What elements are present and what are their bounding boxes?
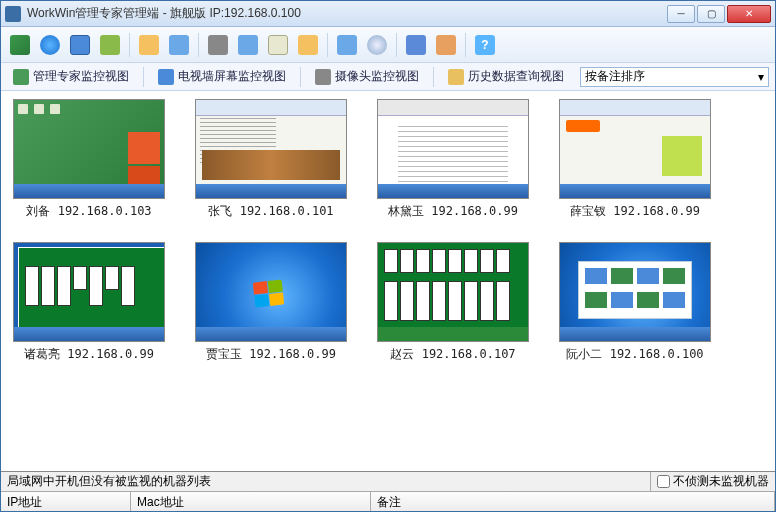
tab-label: 摄像头监控视图 <box>335 68 419 85</box>
col-note[interactable]: 备注 <box>371 492 775 511</box>
minimize-button[interactable]: ─ <box>667 5 695 23</box>
client-ip: 192.168.0.99 <box>613 204 700 218</box>
client-thumbnail[interactable]: 贾宝玉 192.168.0.99 <box>195 242 347 363</box>
client-thumbnail[interactable]: 张飞 192.168.0.101 <box>195 99 347 220</box>
maximize-button[interactable]: ▢ <box>697 5 725 23</box>
unmonitored-header: 局域网中开机但没有被监视的机器列表 不侦测未监视机器 <box>1 471 775 491</box>
client-name: 赵云 <box>390 347 414 361</box>
client-thumbnail[interactable]: 阮小二 192.168.0.100 <box>559 242 711 363</box>
toolbar-monitor-icon[interactable] <box>7 32 33 58</box>
toolbar-separator <box>327 33 328 57</box>
client-name: 刘备 <box>26 204 50 218</box>
titlebar: WorkWin管理专家管理端 - 旗舰版 IP:192.168.0.100 ─ … <box>1 1 775 27</box>
client-ip: 192.168.0.107 <box>422 347 516 361</box>
unmonitored-columns: IP地址 Mac地址 备注 <box>1 491 775 511</box>
tab-label: 电视墙屏幕监控视图 <box>178 68 286 85</box>
app-window: WorkWin管理专家管理端 - 旗舰版 IP:192.168.0.100 ─ … <box>0 0 776 512</box>
tab-camera[interactable]: 摄像头监控视图 <box>309 66 425 87</box>
client-thumbnail[interactable]: 诸葛亮 192.168.0.99 <box>13 242 165 363</box>
toolbar-users-icon[interactable] <box>97 32 123 58</box>
toolbar-camera-icon[interactable] <box>205 32 231 58</box>
toolbar-separator <box>129 33 130 57</box>
client-ip: 192.168.0.103 <box>58 204 152 218</box>
client-name: 诸葛亮 <box>24 347 60 361</box>
toolbar-globe-icon[interactable] <box>37 32 63 58</box>
toolbar-disk-icon[interactable] <box>166 32 192 58</box>
toolbar-message-icon[interactable] <box>265 32 291 58</box>
tvwall-icon <box>158 69 174 85</box>
no-probe-text: 不侦测未监视机器 <box>673 473 769 490</box>
unmonitored-label: 局域网中开机但没有被监视的机器列表 <box>1 473 650 490</box>
client-ip: 192.168.0.99 <box>431 204 518 218</box>
app-icon <box>5 6 21 22</box>
toolbar-record-icon[interactable] <box>235 32 261 58</box>
no-probe-checkbox[interactable] <box>657 475 670 488</box>
toolbar-separator <box>396 33 397 57</box>
client-thumbnail[interactable]: 薛宝钗 192.168.0.99 <box>559 99 711 220</box>
tab-separator <box>300 67 301 87</box>
client-name: 阮小二 <box>566 347 602 361</box>
tab-history[interactable]: 历史数据查询视图 <box>442 66 570 87</box>
toolbar-upload-icon[interactable] <box>295 32 321 58</box>
client-thumbnail[interactable]: 林黛玉 192.168.0.99 <box>377 99 529 220</box>
tab-label: 历史数据查询视图 <box>468 68 564 85</box>
col-mac[interactable]: Mac地址 <box>131 492 371 511</box>
window-title: WorkWin管理专家管理端 - 旗舰版 IP:192.168.0.100 <box>27 5 667 22</box>
toolbar-folder-icon[interactable] <box>136 32 162 58</box>
toolbar-screen-icon[interactable] <box>67 32 93 58</box>
toolbar-help-icon[interactable]: ? <box>472 32 498 58</box>
sort-value: 按备注排序 <box>585 68 645 85</box>
main-toolbar: ? <box>1 27 775 63</box>
col-ip[interactable]: IP地址 <box>1 492 131 511</box>
toolbar-network-icon[interactable] <box>334 32 360 58</box>
toolbar-contact-icon[interactable] <box>433 32 459 58</box>
view-tabbar: 管理专家监控视图 电视墙屏幕监控视图 摄像头监控视图 历史数据查询视图 按备注排… <box>1 63 775 91</box>
tab-separator <box>143 67 144 87</box>
history-icon <box>448 69 464 85</box>
tab-expert-monitor[interactable]: 管理专家监控视图 <box>7 66 135 87</box>
client-ip: 192.168.0.100 <box>610 347 704 361</box>
tab-separator <box>433 67 434 87</box>
sort-dropdown[interactable]: 按备注排序 ▾ <box>580 67 769 87</box>
client-name: 薛宝钗 <box>570 204 606 218</box>
tab-tvwall[interactable]: 电视墙屏幕监控视图 <box>152 66 292 87</box>
client-ip: 192.168.0.101 <box>240 204 334 218</box>
client-thumbnail[interactable]: 刘备 192.168.0.103 <box>13 99 165 220</box>
no-probe-checkbox-label[interactable]: 不侦测未监视机器 <box>650 472 775 491</box>
close-button[interactable]: ✕ <box>727 5 771 23</box>
toolbar-separator <box>465 33 466 57</box>
client-ip: 192.168.0.99 <box>249 347 336 361</box>
client-name: 张飞 <box>208 204 232 218</box>
tab-label: 管理专家监控视图 <box>33 68 129 85</box>
thumbnail-grid-area: 刘备 192.168.0.103 张飞 192.168.0.101 林黛玉 19… <box>1 91 775 471</box>
client-name: 林黛玉 <box>388 204 424 218</box>
toolbar-separator <box>198 33 199 57</box>
monitor-icon <box>13 69 29 85</box>
client-name: 贾宝玉 <box>206 347 242 361</box>
toolbar-book-icon[interactable] <box>403 32 429 58</box>
camera-icon <box>315 69 331 85</box>
toolbar-disc-icon[interactable] <box>364 32 390 58</box>
chevron-down-icon: ▾ <box>758 70 764 84</box>
client-ip: 192.168.0.99 <box>67 347 154 361</box>
client-thumbnail[interactable]: 赵云 192.168.0.107 <box>377 242 529 363</box>
